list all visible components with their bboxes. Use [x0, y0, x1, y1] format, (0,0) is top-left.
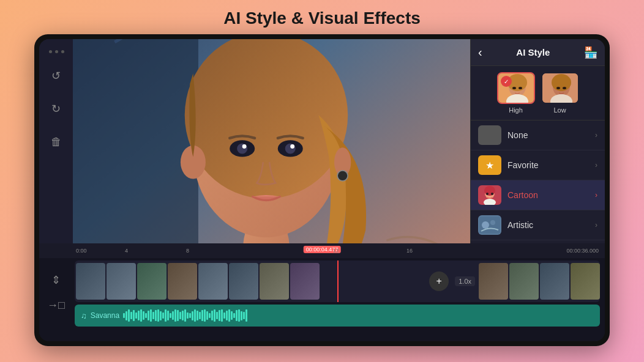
frame-r2: [509, 263, 539, 300]
audio-name-label: Savanna: [91, 311, 119, 320]
frame-r4: [571, 263, 600, 300]
frame-6: [229, 263, 258, 300]
style-artistic-label: Artistic: [507, 220, 589, 230]
video-preview: [73, 39, 470, 243]
portrait-image: [73, 39, 470, 243]
style-item-artistic[interactable]: Artistic ›: [471, 210, 605, 240]
ruler-time-4: 4: [125, 248, 128, 254]
speed-badge[interactable]: 1.0x: [455, 276, 475, 286]
quality-low-item[interactable]: Low: [541, 72, 579, 114]
quality-high-thumb[interactable]: ✓: [497, 72, 535, 104]
style-cartoon-thumb: [478, 185, 501, 205]
audio-waveform: [123, 309, 594, 322]
chevron-favorite-icon: ›: [595, 161, 597, 169]
tablet-inner: ↺ ↻ 🗑: [39, 39, 605, 341]
delete-button[interactable]: 🗑: [45, 131, 67, 153]
strip-frames-right: [477, 262, 600, 301]
playhead: [337, 260, 339, 302]
quality-high-label: High: [509, 106, 523, 114]
ai-style-panel: ‹ AI Style 🏪: [470, 39, 605, 243]
quality-low-thumb[interactable]: [541, 72, 579, 104]
video-preview-area: [73, 39, 470, 243]
quality-low-preview: [542, 73, 578, 103]
frame-4: [168, 263, 197, 300]
bottom-sidebar: ⇕ →□: [39, 243, 73, 341]
selected-check-icon: ✓: [501, 76, 512, 87]
style-item-none[interactable]: None ›: [471, 120, 605, 150]
ruler-time-16: 16: [406, 248, 413, 254]
tablet-container: ↺ ↻ 🗑: [34, 34, 610, 346]
undo-button[interactable]: ↺: [45, 65, 67, 87]
main-area: ↺ ↻ 🗑: [39, 39, 605, 243]
svg-point-25: [563, 87, 566, 89]
shop-icon[interactable]: 🏪: [584, 46, 597, 59]
style-none-label: None: [507, 130, 589, 140]
frame-2: [107, 263, 136, 300]
style-favorite-thumb: ★: [478, 155, 501, 175]
style-none-thumb: [478, 125, 501, 145]
svg-point-31: [491, 193, 493, 195]
panel-back-button[interactable]: ‹: [478, 45, 482, 59]
left-sidebar: ↺ ↻ 🗑: [39, 39, 73, 243]
frame-7: [260, 263, 289, 300]
panel-header: ‹ AI Style 🏪: [471, 39, 605, 66]
audio-icon: ♫: [81, 311, 87, 320]
video-strip: + 1.0x: [75, 260, 600, 302]
svg-rect-1: [73, 39, 198, 243]
ruler-time-12: 12: [333, 248, 339, 254]
ruler-time-0: 0:00: [76, 248, 87, 254]
frame-5: [198, 263, 228, 300]
svg-point-18: [512, 87, 516, 89]
timeline-ruler: 0:00 4 8 00:00:04.477 12 16 00:00:36.000: [39, 243, 605, 258]
svg-point-29: [484, 186, 495, 196]
style-favorite-label: Favorite: [507, 160, 589, 170]
top-bar: [39, 39, 88, 64]
frame-r1: [479, 263, 508, 300]
svg-point-36: [490, 220, 495, 225]
add-clip-button[interactable]: +: [429, 272, 449, 291]
chevron-none-icon: ›: [595, 131, 597, 139]
frame-3: [137, 263, 167, 300]
page-title: AI Style & Visual Effects: [223, 0, 421, 34]
timeline-area: ⇕ →□ 0:00 4 8 00:00:04.477 12 16 00:00:3…: [39, 243, 605, 341]
dot-1: [49, 50, 52, 53]
svg-point-24: [556, 87, 560, 89]
audio-strip: ♫ Savanna: [75, 305, 600, 327]
ruler-time-8: 8: [186, 248, 189, 254]
quality-low-label: Low: [553, 106, 566, 114]
svg-point-23: [552, 74, 571, 91]
frame-8: [290, 263, 320, 300]
svg-point-14: [337, 171, 348, 181]
style-item-favorite[interactable]: ★ Favorite ›: [471, 150, 605, 180]
svg-point-30: [486, 193, 489, 195]
svg-point-19: [519, 87, 522, 89]
svg-point-5: [185, 39, 348, 199]
svg-point-35: [482, 221, 489, 229]
svg-point-11: [290, 144, 294, 149]
strip-frames: [75, 262, 425, 301]
quality-high-item[interactable]: ✓ High: [497, 72, 535, 114]
chevron-artistic-icon: ›: [595, 221, 597, 229]
dot-2: [55, 50, 58, 53]
ruler-time-end: 00:00:36.000: [566, 248, 599, 254]
export-icon[interactable]: →□: [47, 299, 65, 312]
frame-r3: [540, 263, 569, 300]
panel-title-label: AI Style: [516, 47, 550, 57]
frame-1: [76, 263, 105, 300]
style-artistic-thumb: [478, 215, 501, 235]
svg-point-9: [285, 143, 296, 153]
dot-3: [61, 50, 64, 53]
style-list: None › ★ Favorite ›: [471, 120, 605, 243]
svg-point-10: [242, 144, 247, 149]
svg-point-8: [237, 143, 247, 153]
style-cartoon-label: Cartoon: [507, 190, 589, 200]
redo-button[interactable]: ↻: [45, 98, 67, 120]
style-item-cartoon[interactable]: Cartoon ›: [471, 180, 605, 210]
adjust-icon[interactable]: ⇕: [51, 273, 61, 287]
quality-row: ✓ High: [471, 66, 605, 120]
chevron-cartoon-icon: ›: [595, 191, 597, 199]
